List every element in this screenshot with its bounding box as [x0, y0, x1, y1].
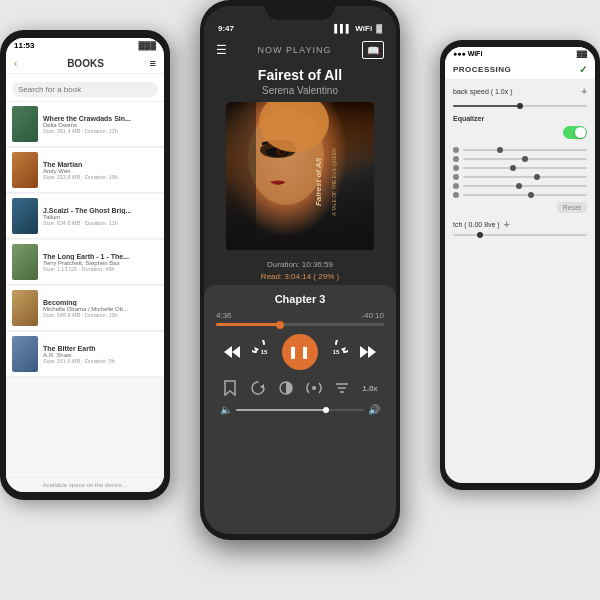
- equalizer-toggle[interactable]: [563, 126, 587, 139]
- book-title: The Long Earth - 1 - The...: [43, 253, 158, 260]
- volume-fill: [236, 409, 326, 411]
- right-phone-screen: ●●● WiFi ▓▓ PROCESSING ✓ back speed ( 1.…: [445, 47, 595, 483]
- menu-icon[interactable]: ≡: [150, 57, 156, 69]
- album-art-svg: Fairest of All A TALE OF THE EVIL QUEEN: [226, 102, 374, 250]
- skip-back-label: 15: [261, 349, 268, 355]
- bookmark-button[interactable]: [218, 376, 242, 400]
- book-meta: Size: 151.6 MB · Duration: 5h: [43, 358, 158, 364]
- album-art-inner: Fairest of All A TALE OF THE EVIL QUEEN: [226, 102, 374, 250]
- hamburger-icon[interactable]: ☰: [216, 43, 227, 57]
- book-info: The Martian Andy Weir Size: 313.8 MB · D…: [43, 161, 158, 180]
- theme-button[interactable]: [274, 376, 298, 400]
- eq-track[interactable]: [463, 176, 587, 178]
- book-title: The Martian: [43, 161, 158, 168]
- speed-slider[interactable]: [453, 105, 587, 107]
- center-phone: 9:47 ▌▌▌ WiFi ▓ ☰ NOW PLAYING 📖 Fairest …: [200, 0, 400, 540]
- eq-dot: [453, 165, 459, 171]
- volume-high-icon: 🔊: [368, 404, 380, 415]
- progress-bar[interactable]: [216, 323, 384, 326]
- eq-track[interactable]: [463, 149, 587, 151]
- svg-marker-14: [368, 346, 376, 358]
- speed-label-btn[interactable]: 1.0x: [358, 376, 382, 400]
- left-phone-screen: 11:53 ▓▓▓ ‹ BOOKS ≡ Where the Crawdads S…: [6, 38, 164, 492]
- speed-slider-fill: [453, 105, 520, 107]
- book-cover: [12, 152, 38, 188]
- eq-dot: [453, 183, 459, 189]
- eq-track[interactable]: [463, 158, 587, 160]
- book-meta: Size: 634.6 MB · Duration: 11h: [43, 220, 158, 226]
- skip-forward-label: 15: [333, 349, 340, 355]
- book-icon-button[interactable]: 📖: [362, 41, 384, 59]
- book-cover: [12, 290, 38, 326]
- refresh-button[interactable]: [246, 376, 270, 400]
- chapter-title: Chapter 3: [216, 293, 384, 305]
- chapter-panel: Chapter 3 4:36 -40:10: [204, 285, 396, 534]
- pitch-slider[interactable]: [453, 234, 587, 236]
- search-input[interactable]: [12, 82, 158, 97]
- skip-forward-button[interactable]: 15: [322, 338, 350, 366]
- center-phone-screen: 9:47 ▌▌▌ WiFi ▓ ☰ NOW PLAYING 📖 Fairest …: [204, 6, 396, 534]
- list-item[interactable]: Becoming Michelle Obama / Michelle Ob...…: [6, 286, 164, 331]
- rewind-icon: [223, 344, 241, 360]
- eq-thumb: [534, 174, 540, 180]
- list-item[interactable]: Where the Crawdads Sin... Delia Owens Si…: [6, 102, 164, 147]
- eq-slider-2: [453, 156, 587, 162]
- left-time: 11:53: [14, 41, 34, 50]
- book-cover: [12, 244, 38, 280]
- progress-thumb: [276, 321, 284, 329]
- playback-speed-plus[interactable]: +: [581, 86, 587, 97]
- pause-icon: ❚❚: [288, 345, 312, 359]
- center-header: ☰ NOW PLAYING 📖: [204, 37, 396, 63]
- left-battery: ▓▓▓: [139, 41, 157, 50]
- svg-point-4: [280, 150, 284, 154]
- reset-row: Reset: [453, 202, 587, 213]
- playback-speed-row: back speed ( 1.0x ) +: [453, 86, 587, 97]
- fast-forward-button[interactable]: [354, 338, 382, 366]
- eq-dot: [453, 192, 459, 198]
- back-icon[interactable]: ‹: [14, 58, 17, 69]
- book-cover: [12, 198, 38, 234]
- signal-icon: ▌▌▌: [334, 24, 351, 33]
- processing-title: PROCESSING: [453, 65, 511, 74]
- check-icon: ✓: [579, 64, 587, 75]
- svg-marker-13: [360, 346, 368, 358]
- airplay-button[interactable]: [302, 376, 326, 400]
- left-status-bar: 11:53 ▓▓▓: [6, 38, 164, 53]
- eq-slider-3: [453, 165, 587, 171]
- playback-controls: 15 ❚❚ 15: [216, 334, 384, 370]
- eq-thumb: [528, 192, 534, 198]
- equalizer-label: Equalizer: [453, 115, 587, 122]
- pitch-plus[interactable]: +: [504, 219, 510, 230]
- eq-track[interactable]: [463, 185, 587, 187]
- left-footer: Available space on the device...: [6, 477, 164, 492]
- progress-fill: [216, 323, 280, 326]
- read-info: Read: 3:04:14 ( 29% ): [204, 271, 396, 285]
- volume-thumb: [323, 407, 329, 413]
- speed-button[interactable]: [330, 376, 354, 400]
- volume-slider[interactable]: [236, 409, 364, 411]
- fast-forward-icon: [359, 344, 377, 360]
- book-cover: [12, 336, 38, 372]
- right-phone: ●●● WiFi ▓▓ PROCESSING ✓ back speed ( 1.…: [440, 40, 600, 490]
- book-list: Where the Crawdads Sin... Delia Owens Si…: [6, 102, 164, 477]
- svg-marker-15: [260, 384, 264, 389]
- rewind-button[interactable]: [218, 338, 246, 366]
- skip-back-button[interactable]: 15: [250, 338, 278, 366]
- eq-slider-4: [453, 174, 587, 180]
- book-info: J.Scalzi - The Ghost Brig... Tallum Size…: [43, 207, 158, 226]
- eq-track[interactable]: [463, 167, 587, 169]
- search-bar: [6, 74, 164, 102]
- eq-dot: [453, 156, 459, 162]
- eq-track[interactable]: [463, 194, 587, 196]
- list-item[interactable]: The Bitter Earth A.R. Shaw Size: 151.6 M…: [6, 332, 164, 377]
- list-item[interactable]: The Martian Andy Weir Size: 313.8 MB · D…: [6, 148, 164, 193]
- list-item[interactable]: J.Scalzi - The Ghost Brig... Tallum Size…: [6, 194, 164, 239]
- bookmark-icon: [223, 380, 237, 396]
- svg-marker-10: [232, 346, 240, 358]
- pause-button[interactable]: ❚❚: [282, 334, 318, 370]
- right-battery: ▓▓: [577, 50, 587, 57]
- eq-slider-5: [453, 183, 587, 189]
- left-phone: 11:53 ▓▓▓ ‹ BOOKS ≡ Where the Crawdads S…: [0, 30, 170, 500]
- list-item[interactable]: The Long Earth - 1 - The... Terry Pratch…: [6, 240, 164, 285]
- reset-button[interactable]: Reset: [557, 202, 587, 213]
